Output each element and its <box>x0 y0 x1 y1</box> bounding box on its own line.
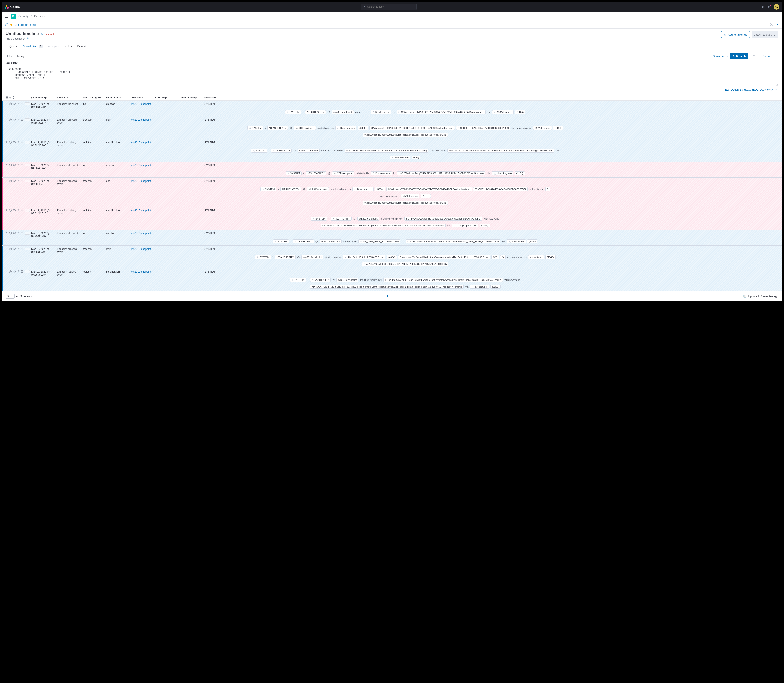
data-pill[interactable]: SOFTWARE\Microsoft\Windows\CurrentVersio… <box>344 149 428 152</box>
logo[interactable]: elastic <box>5 5 20 9</box>
data-pill[interactable]: >_TiWorker.exe <box>390 156 410 159</box>
note-icon[interactable] <box>21 180 23 182</box>
data-pill[interactable]: NT AUTHORITY <box>306 172 326 175</box>
data-pill[interactable]: DismHost.exe <box>371 172 392 175</box>
comment-icon[interactable] <box>13 248 16 250</box>
data-pill[interactable]: C:\Windows\TEMP\3E663729-0301-4751-9736-… <box>397 110 486 114</box>
more-actions-icon[interactable]: ••• <box>25 209 30 212</box>
analyze-icon[interactable] <box>9 232 12 234</box>
comment-icon[interactable] <box>13 270 16 273</box>
cell-host-link[interactable]: win2019-endpoint <box>131 141 151 144</box>
global-search[interactable] <box>361 4 417 10</box>
col-action[interactable]: event.action <box>106 96 131 99</box>
list-view-icon[interactable]: ☰ <box>6 96 8 99</box>
page-size-select[interactable]: 9 ⌄ <box>6 294 14 299</box>
gear-icon[interactable]: ⚙ <box>9 96 11 99</box>
note-icon[interactable] <box>21 270 23 273</box>
tab-pinned[interactable]: Pinned <box>77 42 86 50</box>
tab-notes[interactable]: Notes <box>64 42 72 50</box>
pin-icon[interactable] <box>17 164 19 167</box>
comment-icon[interactable] <box>13 103 16 105</box>
note-icon[interactable] <box>21 209 23 212</box>
close-icon[interactable]: ✕ <box>776 23 779 27</box>
analyze-icon[interactable] <box>9 248 12 250</box>
col-sourceip[interactable]: source.ip <box>155 96 180 99</box>
data-pill[interactable]: (2216) <box>490 285 501 289</box>
expand-row-icon[interactable] <box>6 103 8 105</box>
edit-title-icon[interactable]: ✎ <box>41 32 43 36</box>
pin-icon[interactable] <box>17 141 19 144</box>
more-actions-icon[interactable]: ••• <box>25 141 30 144</box>
tab-query[interactable]: Query <box>9 42 17 50</box>
note-icon[interactable] <box>21 248 23 250</box>
data-pill[interactable]: >_AM_Delta_Patch_1.333.696.0.exe <box>343 255 385 259</box>
data-pill[interactable]: /q <box>500 255 506 259</box>
more-actions-icon[interactable]: ••• <box>25 270 30 273</box>
data-pill[interactable]: HKLM\SOFTWARE\Microsoft\Windows\CurrentV… <box>447 149 554 152</box>
timeline-title-link[interactable]: Untitled timeline <box>14 23 36 27</box>
add-favorites-button[interactable]: ☆ Add to favorites <box>721 31 750 38</box>
data-pill[interactable]: APPLICATION_HIVE\{51cc9bfc-c357-cb83-0eb… <box>310 285 464 289</box>
user-avatar[interactable]: AG <box>774 4 779 10</box>
data-pill[interactable]: NT AUTHORITY <box>275 255 296 259</box>
data-pill[interactable]: SYSTEM <box>248 126 263 130</box>
tab-correlation[interactable]: Correlation 9 <box>22 42 43 50</box>
analyze-icon[interactable] <box>9 118 12 121</box>
data-pill[interactable]: # 2fb529de54d39308398e59cc7fa5caef1acf81… <box>363 133 448 137</box>
cell-host-link[interactable]: win2019-endpoint <box>131 164 151 167</box>
note-icon[interactable] <box>21 232 23 234</box>
analyze-icon[interactable] <box>9 141 12 144</box>
app-badge[interactable]: D <box>11 14 16 19</box>
data-pill[interactable]: SOFTWARE\WOW6432Node\Google\Update\Usage… <box>405 217 482 221</box>
data-pill[interactable]: win2019-endpoint <box>332 172 354 175</box>
data-pill[interactable]: SYSTEM <box>273 239 289 243</box>
expand-row-icon[interactable] <box>6 118 8 120</box>
more-actions-icon[interactable]: ••• <box>25 180 30 182</box>
search-input[interactable] <box>361 4 417 10</box>
analyze-icon[interactable] <box>9 180 12 182</box>
data-pill[interactable]: SYSTEM <box>251 149 267 152</box>
col-category[interactable]: event.category <box>83 96 106 99</box>
data-pill[interactable]: AM_Delta_Patch_1.333.696.0.exe <box>358 239 400 243</box>
data-pill[interactable]: >_GoogleUpdate.exe <box>452 224 478 228</box>
pin-icon[interactable] <box>17 180 19 182</box>
data-pill[interactable]: C:\Windows\SoftwareDistribution\Download… <box>398 255 490 259</box>
data-pill[interactable]: >_MsMpEng.exe <box>492 110 514 114</box>
data-pill[interactable]: {51cc9bfc-c357-cb83-0ebd-8df3e4b5d9f8}\R… <box>384 278 503 282</box>
resize-handle-icon[interactable]: ◢ <box>776 83 778 86</box>
data-pill[interactable]: >_DismHost.exe <box>352 187 374 191</box>
data-pill[interactable]: >_svchost.exe <box>507 239 526 243</box>
calendar-button[interactable]: ⌄ <box>6 53 14 59</box>
data-pill[interactable]: C:\Windows\SoftwareDistribution\Download… <box>406 239 501 243</box>
globe-icon[interactable] <box>761 5 765 8</box>
more-actions-icon[interactable]: ••• <box>25 248 30 250</box>
data-pill[interactable]: {C9BD6212-83AB-403A-8AD0-DC3BE86C265B} <box>456 126 510 130</box>
pin-icon[interactable] <box>17 118 19 121</box>
attach-case-button[interactable]: Attach to case ⌄ <box>752 31 778 38</box>
data-pill[interactable]: >_svchost.exe <box>470 285 489 289</box>
col-timestamp[interactable]: @timestamp <box>31 96 57 99</box>
data-pill[interactable]: C:\Windows\TEMP\3E663729-0301-4751-9736-… <box>386 187 472 191</box>
data-pill[interactable]: (1680) <box>527 239 538 243</box>
data-pill[interactable]: (4984) <box>387 255 397 259</box>
data-pill[interactable]: NT AUTHORITY <box>267 126 288 130</box>
comment-icon[interactable] <box>13 232 16 234</box>
data-pill[interactable]: NT AUTHORITY <box>305 110 326 114</box>
note-icon[interactable] <box>21 103 23 105</box>
cell-host-link[interactable]: win2019-endpoint <box>131 180 151 183</box>
tree-icon[interactable] <box>768 5 771 8</box>
data-pill[interactable]: NT AUTHORITY <box>310 278 331 282</box>
data-pill[interactable]: NT AUTHORITY <box>293 239 314 243</box>
data-pill[interactable]: (1164) <box>553 126 563 130</box>
cell-host-link[interactable]: win2019-endpoint <box>131 248 151 250</box>
data-pill[interactable]: SYSTEM <box>261 187 276 191</box>
col-host[interactable]: host.name <box>131 96 155 99</box>
data-pill[interactable]: NT AUTHORITY <box>271 149 292 152</box>
cell-host-link[interactable]: win2019-endpoint <box>131 118 151 121</box>
focus-icon[interactable] <box>770 23 773 27</box>
cell-host-link[interactable]: win2019-endpoint <box>131 232 151 235</box>
data-pill[interactable]: (1164) <box>515 172 525 175</box>
data-pill[interactable]: SYSTEM <box>255 255 271 259</box>
expand-row-icon[interactable] <box>6 270 8 273</box>
data-pill[interactable]: SYSTEM <box>311 217 327 221</box>
